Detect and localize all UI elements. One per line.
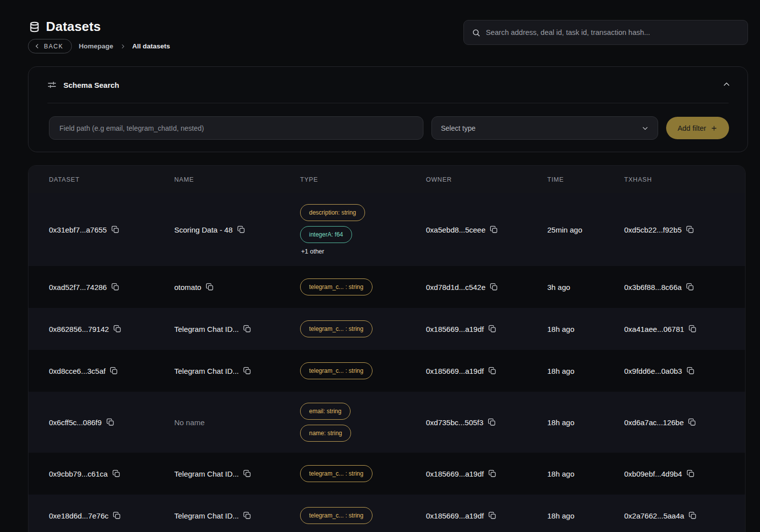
breadcrumb-home[interactable]: Homepage: [79, 42, 113, 50]
copy-icon[interactable]: [243, 367, 251, 375]
column-header-type: TYPE: [300, 176, 426, 183]
breadcrumb-current: All datasets: [132, 42, 170, 50]
collapse-panel-button[interactable]: [720, 77, 734, 93]
owner-address: 0xa5ebd8...5ceee: [426, 226, 485, 234]
copy-icon[interactable]: [488, 418, 496, 426]
type-select[interactable]: Select type: [431, 116, 658, 140]
table-row[interactable]: 0xe18d6d...7e76c Telegram Chat ID... tel…: [28, 495, 745, 532]
copy-icon[interactable]: [113, 512, 121, 520]
time-value: 18h ago: [547, 367, 574, 375]
table-row[interactable]: 0x862856...79142 Telegram Chat ID... tel…: [28, 308, 745, 350]
dataset-cell: 0xd8cce6...3c5af: [49, 367, 174, 375]
time-cell: 18h ago: [547, 418, 624, 427]
copy-icon[interactable]: [111, 226, 119, 234]
name-cell: Telegram Chat ID...: [174, 367, 300, 375]
plus-icon: [711, 125, 718, 132]
dataset-id: 0xad52f7...74286: [49, 283, 107, 291]
copy-icon[interactable]: [243, 325, 251, 333]
add-filter-button[interactable]: Add filter: [666, 117, 729, 139]
txhash-value: 0xd6a7ac...126be: [624, 418, 684, 427]
global-search: [463, 20, 748, 45]
type-cell: telegram_c... : string: [300, 507, 426, 524]
name-cell: Scoring Data - 48: [174, 226, 300, 234]
copy-icon[interactable]: [490, 226, 498, 234]
dataset-cell: 0x6cff5c...086f9: [49, 418, 174, 427]
copy-icon[interactable]: [110, 367, 118, 375]
owner-cell: 0x185669...a19df: [426, 325, 547, 333]
copy-icon[interactable]: [689, 325, 697, 333]
time-value: 18h ago: [547, 418, 574, 427]
field-path-input[interactable]: [49, 116, 423, 140]
search-input[interactable]: [486, 28, 740, 36]
time-value: 18h ago: [547, 325, 574, 333]
txhash-value: 0xb09ebf...4d9b4: [624, 470, 682, 478]
copy-icon[interactable]: [488, 367, 496, 375]
table-header-row: DATASET NAME TYPE OWNER TIME TXHASH: [28, 166, 745, 193]
copy-icon[interactable]: [687, 367, 695, 375]
table-row[interactable]: 0xad52f7...74286 otomato telegram_c... :…: [28, 266, 745, 308]
txhash-value: 0xa41aee...06781: [624, 325, 684, 333]
copy-icon[interactable]: [111, 283, 119, 291]
type-cell: description: stringintegerA: f64+1 other: [300, 204, 426, 255]
copy-icon[interactable]: [488, 470, 496, 478]
breadcrumb: BACK Homepage All datasets: [28, 39, 170, 53]
copy-icon[interactable]: [113, 325, 121, 333]
dataset-id: 0x9cbb79...c61ca: [49, 470, 108, 478]
copy-icon[interactable]: [488, 512, 496, 520]
dataset-cell: 0x9cbb79...c61ca: [49, 470, 174, 478]
copy-icon[interactable]: [686, 226, 694, 234]
type-badge: description: string: [300, 204, 365, 221]
name-cell: Telegram Chat ID...: [174, 325, 300, 333]
copy-icon[interactable]: [688, 418, 696, 426]
column-header-time: TIME: [547, 176, 624, 183]
owner-address: 0x185669...a19df: [426, 367, 484, 375]
owner-address: 0x185669...a19df: [426, 470, 484, 478]
owner-cell: 0xd735bc...505f3: [426, 418, 547, 427]
dataset-name: otomato: [174, 283, 201, 291]
txhash-value: 0x9fdd6e...0a0b3: [624, 367, 682, 375]
dataset-name: Telegram Chat ID...: [174, 367, 239, 375]
copy-icon[interactable]: [488, 325, 496, 333]
chevron-up-icon: [723, 80, 731, 90]
time-cell: 18h ago: [547, 470, 624, 478]
table-body: 0x31ebf7...a7655 Scoring Data - 48 descr…: [28, 193, 745, 532]
back-label: BACK: [44, 43, 63, 50]
copy-icon[interactable]: [689, 512, 697, 520]
table-row[interactable]: 0x31ebf7...a7655 Scoring Data - 48 descr…: [28, 193, 745, 266]
type-cell: telegram_c... : string: [300, 278, 426, 295]
time-cell: 18h ago: [547, 325, 624, 333]
dataset-name: Telegram Chat ID...: [174, 470, 239, 478]
copy-icon[interactable]: [490, 283, 498, 291]
dataset-id: 0xd8cce6...3c5af: [49, 367, 105, 375]
copy-icon[interactable]: [687, 470, 695, 478]
copy-icon[interactable]: [243, 470, 251, 478]
schema-search-panel: Schema Search Select type Add filter: [28, 66, 748, 152]
copy-icon[interactable]: [206, 283, 214, 291]
copy-icon[interactable]: [243, 512, 251, 520]
table-row[interactable]: 0xd8cce6...3c5af Telegram Chat ID... tel…: [28, 350, 745, 392]
name-cell: No name: [174, 418, 300, 427]
owner-cell: 0x185669...a19df: [426, 470, 547, 478]
dataset-name: Telegram Chat ID...: [174, 325, 239, 333]
table-row[interactable]: 0x9cbb79...c61ca Telegram Chat ID... tel…: [28, 453, 745, 495]
type-cell: telegram_c... : string: [300, 465, 426, 482]
schema-search-title: Schema Search: [63, 81, 119, 89]
search-icon: [472, 28, 480, 37]
table-row[interactable]: 0x6cff5c...086f9 No name email: stringna…: [28, 392, 745, 453]
copy-icon[interactable]: [106, 418, 114, 426]
chevron-left-icon: [34, 43, 40, 49]
copy-icon[interactable]: [237, 226, 245, 234]
txhash-cell: 0xa41aee...06781: [624, 325, 745, 333]
back-button[interactable]: BACK: [28, 39, 72, 53]
datasets-table: DATASET NAME TYPE OWNER TIME TXHASH 0x31…: [28, 165, 746, 532]
name-cell: otomato: [174, 283, 300, 291]
copy-icon[interactable]: [112, 470, 120, 478]
txhash-cell: 0x3b6f88...8c66a: [624, 283, 745, 291]
dataset-id: 0x31ebf7...a7655: [49, 226, 107, 234]
type-badge: telegram_c... : string: [300, 507, 373, 524]
copy-icon[interactable]: [686, 283, 694, 291]
schema-search-header: Schema Search: [28, 67, 748, 103]
type-badge: telegram_c... : string: [300, 362, 373, 379]
time-value: 3h ago: [547, 283, 570, 291]
owner-cell: 0xa5ebd8...5ceee: [426, 226, 547, 234]
